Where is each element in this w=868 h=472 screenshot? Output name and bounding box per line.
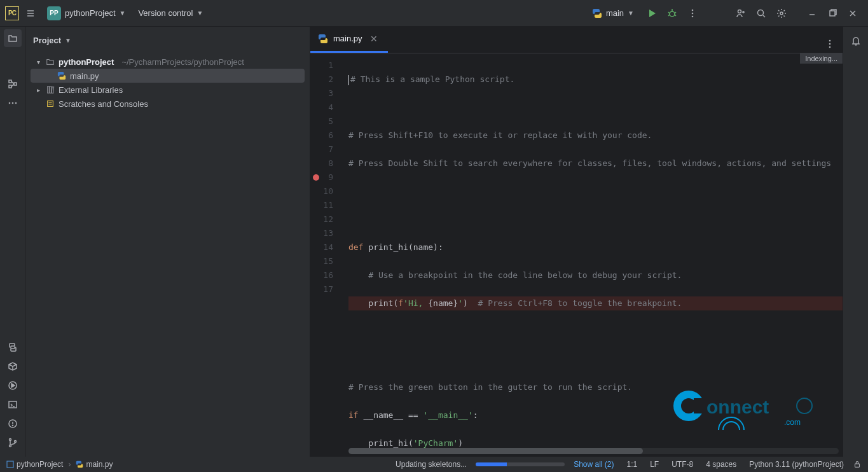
structure-tool-button[interactable] <box>4 75 22 93</box>
minimize-button[interactable] <box>803 4 821 22</box>
kebab-icon <box>687 8 698 18</box>
svg-point-35 <box>9 439 11 441</box>
svg-rect-24 <box>14 83 17 85</box>
tree-root-path: ~/PycharmProjects/pythonProject <box>118 57 244 67</box>
tree-scratches[interactable]: Scratches and Consoles <box>31 97 305 111</box>
problems-button[interactable] <box>4 415 22 433</box>
ellipsis-icon <box>8 98 18 108</box>
project-name-label: pythonProject <box>65 8 116 18</box>
breadcrumb-file-label: main.py <box>86 460 113 469</box>
hamburger-icon <box>25 8 36 18</box>
progress-bar <box>476 462 565 466</box>
chevron-down-icon: ▼ <box>120 10 126 17</box>
python-console-button[interactable] <box>4 338 22 356</box>
packages-button[interactable] <box>4 357 22 375</box>
svg-rect-54 <box>855 464 860 467</box>
line-number: 15 <box>310 254 348 268</box>
project-tool-button[interactable] <box>4 29 22 47</box>
notifications-button[interactable] <box>847 32 865 50</box>
title-bar: PC PP pythonProject ▼ Version control ▼ … <box>0 0 868 27</box>
line-number: 12 <box>310 212 348 226</box>
interpreter-label[interactable]: Python 3.11 (pythonProject) <box>745 460 848 469</box>
line-number: 7 <box>310 142 348 156</box>
horizontal-scrollbar[interactable] <box>348 448 839 454</box>
svg-point-10 <box>692 12 694 14</box>
svg-rect-39 <box>50 87 52 94</box>
folder-icon <box>8 33 18 43</box>
close-tab-button[interactable]: ✕ <box>368 32 380 45</box>
package-icon <box>8 361 18 371</box>
line-number: 17 <box>310 282 348 296</box>
line-number: 10 <box>310 184 348 198</box>
show-all-processes-link[interactable]: Show all (2) <box>570 460 617 469</box>
tree-external-label: External Libraries <box>59 85 123 95</box>
main-menu-button[interactable] <box>22 4 39 22</box>
progress-label: Updating skeletons... <box>392 460 471 469</box>
indent-config[interactable]: 4 spaces <box>702 460 740 469</box>
app-logo: PC <box>5 6 19 20</box>
line-number: 1 <box>310 59 348 73</box>
editor-tab-main[interactable]: main.py ✕ <box>310 26 388 53</box>
code-with-me-button[interactable] <box>732 4 750 22</box>
kebab-icon <box>825 39 835 49</box>
search-everywhere-button[interactable] <box>752 4 770 22</box>
search-icon <box>756 8 766 18</box>
chevron-down-icon: ▼ <box>196 10 203 17</box>
tree-file-label: main.py <box>70 71 99 81</box>
more-actions-button[interactable] <box>684 4 701 22</box>
project-tool-header[interactable]: Project ▼ <box>25 27 310 53</box>
line-number: 14 <box>310 240 348 254</box>
line-number: 11 <box>310 198 348 212</box>
minimize-icon <box>807 8 817 18</box>
project-selector[interactable]: PP pythonProject ▼ <box>42 4 130 23</box>
line-number: 8 <box>310 156 348 170</box>
python-file-icon <box>57 71 66 80</box>
editor-more-button[interactable] <box>817 35 843 53</box>
line-number: 9 <box>310 170 348 184</box>
svg-line-6 <box>675 12 676 13</box>
code-area[interactable]: # This is a sample Python script. # Pres… <box>348 53 843 457</box>
more-tools-button[interactable] <box>4 94 22 112</box>
indexing-badge: Indexing... <box>800 53 843 64</box>
svg-point-44 <box>829 40 831 42</box>
settings-button[interactable] <box>773 4 790 22</box>
chevron-right-icon: ▸ <box>34 87 42 94</box>
terminal-button[interactable] <box>4 396 22 413</box>
svg-line-16 <box>763 15 765 17</box>
svg-rect-41 <box>48 101 53 107</box>
lock-icon[interactable] <box>853 460 862 469</box>
breadcrumb-file[interactable]: main.py <box>76 460 113 469</box>
vcs-button[interactable] <box>4 434 22 452</box>
line-separator[interactable]: LF <box>646 460 663 469</box>
svg-point-28 <box>11 102 13 104</box>
project-tree[interactable]: ▾ pythonProject ~/PycharmProjects/python… <box>25 53 310 112</box>
maximize-button[interactable] <box>823 4 841 22</box>
line-number: 3 <box>310 87 348 101</box>
tree-project-root[interactable]: ▾ pythonProject ~/PycharmProjects/python… <box>31 55 305 69</box>
svg-point-27 <box>8 102 10 104</box>
vcs-label: Version control <box>138 8 193 18</box>
person-plus-icon <box>736 8 746 18</box>
breadcrumb-project[interactable]: pythonProject <box>6 460 63 469</box>
line-gutter[interactable]: 1 2 3 4 5 6 7 8 9 10 11 12 13 14 15 16 1… <box>310 53 348 457</box>
run-button[interactable] <box>643 4 661 22</box>
vcs-selector[interactable]: Version control ▼ <box>133 6 208 20</box>
run-configuration-selector[interactable]: main ▼ <box>586 6 640 21</box>
breakpoint-icon[interactable] <box>313 174 319 181</box>
caret-position[interactable]: 1:1 <box>623 460 642 469</box>
services-button[interactable] <box>4 377 22 394</box>
close-icon <box>848 8 858 18</box>
bug-icon <box>667 8 677 18</box>
chevron-down-icon: ▾ <box>34 59 42 66</box>
tree-root-label: pythonProject <box>59 57 114 67</box>
close-window-button[interactable] <box>844 4 862 22</box>
file-encoding[interactable]: UTF-8 <box>668 460 697 469</box>
services-icon <box>8 380 18 391</box>
line-number: 16 <box>310 268 348 282</box>
breadcrumb-project-label: pythonProject <box>17 460 63 469</box>
tree-file-main[interactable]: main.py <box>31 69 305 83</box>
tree-external-libraries[interactable]: ▸ External Libraries <box>31 83 305 97</box>
scrollbar-thumb[interactable] <box>348 448 643 454</box>
debug-button[interactable] <box>663 4 681 22</box>
editor-body[interactable]: 1 2 3 4 5 6 7 8 9 10 11 12 13 14 15 16 1… <box>310 53 843 457</box>
